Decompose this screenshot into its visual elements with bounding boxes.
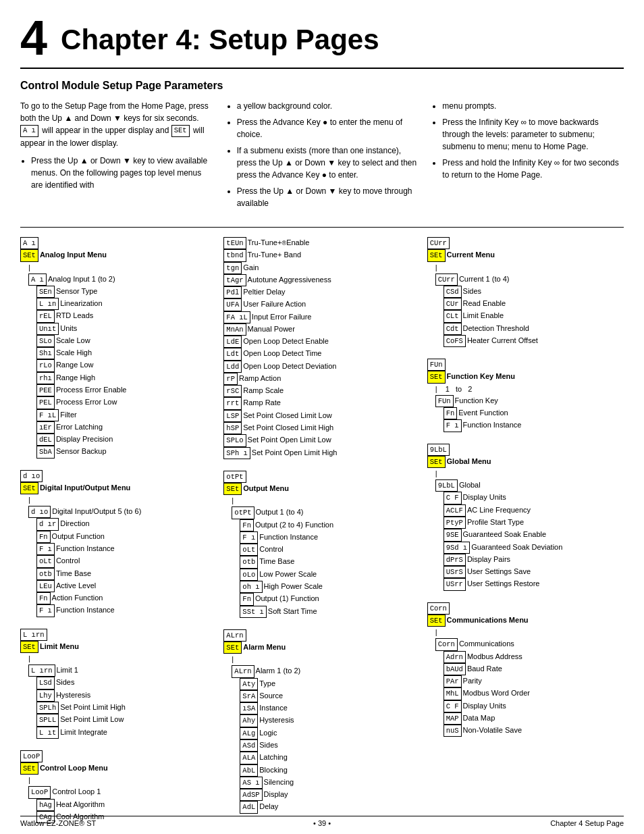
- menu-line: oLo Low Power Scale: [223, 569, 420, 581]
- menu-guaranteed-soak-deviation: 9Sd ı Guaranteed Soak Deviation: [427, 542, 624, 554]
- menu-line: otb Time Base: [20, 568, 217, 580]
- menu-line: SEt Alarm Menu: [223, 642, 420, 654]
- chapter-title: Chapter 4: Setup Pages: [61, 14, 379, 55]
- menu-line: SEt Current Menu: [427, 249, 624, 261]
- menu-line: |: [427, 468, 624, 479]
- menu-line: Fn Output (2 to 4) Function: [223, 519, 420, 531]
- menu-line: |: [223, 495, 420, 506]
- section-title: Control Module Setup Page Parameters: [20, 80, 624, 92]
- menu-line: |: [20, 494, 217, 506]
- menu-line: A ı: [20, 237, 217, 249]
- menu-line: hSP Set Point Closed Limit High: [223, 422, 420, 434]
- menu-line: FUn: [427, 359, 624, 371]
- menu-line: oLt Control: [223, 544, 420, 556]
- menu-line: Shı Scale High: [20, 347, 217, 359]
- menu-line: |: [427, 627, 624, 638]
- menu-line: C F Display Units: [427, 492, 624, 504]
- menu-line: CLt Limit Enable: [427, 310, 624, 322]
- menu-line: PAr Parity: [427, 675, 624, 687]
- menu-line: SEt Limit Menu: [20, 641, 217, 653]
- menu-line: Ldt Open Loop Detect Time: [223, 348, 420, 360]
- menu-line: AbL Blocking: [223, 764, 420, 777]
- menu-line: MAP Data Map: [427, 712, 624, 725]
- menu-line: LooP: [20, 750, 217, 762]
- menu-line: SEn Sensor Type: [20, 286, 217, 298]
- menu-line: USrr User Settings Restore: [427, 578, 624, 590]
- menu-line: tbnd Tru-Tune+ Band: [223, 249, 420, 261]
- menu-line: CUr Read Enable: [427, 298, 624, 310]
- menu-line: tgn Gain: [223, 262, 420, 274]
- menu-fo-output-function: Fn Output (1) Function: [223, 593, 420, 605]
- menu-line: oh ı High Power Scale: [223, 581, 420, 593]
- menu-area: A ı SEt Analog Input Menu | A ı Analog I…: [20, 227, 624, 823]
- menu-line: ASd Sides: [223, 739, 420, 752]
- menu-line: |: [20, 775, 217, 786]
- menu-line: CUrr: [427, 237, 624, 249]
- menu-line: F ıL Filter: [20, 409, 217, 421]
- menu-line: Corn Communications: [427, 638, 624, 650]
- menu-line: F ı Function Instance: [20, 543, 217, 555]
- intro-area: To go to the Setup Page from the Home Pa…: [20, 100, 624, 213]
- menu-units: Unıt Units: [20, 323, 217, 335]
- menu-line: tEUn Tru-Tune+® Enable: [223, 237, 420, 249]
- menu-col-2: tEUn Tru-Tune+® Enable tbnd Tru-Tune+ Ba…: [223, 237, 420, 823]
- menu-line: Aty Type: [223, 678, 420, 690]
- menu-line: FUn Function Key: [427, 395, 624, 407]
- menu-line: 9LbL Global: [427, 479, 624, 492]
- menu-line: Fn Action Function: [20, 592, 217, 604]
- intro-bullet-3: Press the Advance Key ● to enter the men…: [237, 116, 419, 140]
- menu-line: C F Display Units: [427, 700, 624, 712]
- intro-bullet-7: Press the Infinity Key ∞ to move backwar…: [442, 116, 624, 153]
- chapter-number: 4: [20, 14, 47, 62]
- menu-line: SPLo Set Point Open Limit Low: [223, 434, 420, 446]
- menu-line: SPLh Set Point Limit High: [20, 702, 217, 714]
- menu-line: d ıo: [20, 470, 217, 482]
- menu-line: oLt Control: [20, 555, 217, 567]
- intro-bullet-6: menu prompts.: [442, 100, 624, 112]
- menu-line: SEt Function Key Menu: [427, 371, 624, 383]
- menu-line: LdE Open Loop Detect Enable: [223, 336, 420, 348]
- footer-right: Chapter 4 Setup Page: [550, 819, 624, 827]
- menu-line: SEt Analog Input Menu: [20, 249, 217, 261]
- menu-line: ıSA Instance: [223, 702, 420, 714]
- menu-col-3: CUrr SEt Current Menu | CUrr Current 1 (…: [427, 237, 624, 823]
- intro-bullet-4: If a submenu exists (more than one insta…: [237, 145, 419, 181]
- menu-line: rhı Range High: [20, 372, 217, 384]
- page-footer: Watlow EZ-ZONE® ST • 39 • Chapter 4 Setu…: [20, 816, 624, 827]
- menu-line: ALrn Alarm 1 (to 2): [223, 665, 420, 677]
- menu-line: ıEr Error Latching: [20, 421, 217, 434]
- menu-line: Pdl Peltier Delay: [223, 286, 420, 298]
- menu-col-1: A ı SEt Analog Input Menu | A ı Analog I…: [20, 237, 217, 823]
- menu-line: rrt Ramp Rate: [223, 397, 420, 409]
- menu-line: |: [20, 653, 217, 664]
- menu-line: otPt Output 1 (to 4): [223, 506, 420, 519]
- menu-line: F ı Function Instance: [223, 531, 420, 544]
- menu-line: SSt ı Soft Start Time: [223, 606, 420, 618]
- menu-line: UFA User Failure Action: [223, 298, 420, 311]
- menu-line: USrS User Settings Save: [427, 566, 624, 578]
- menu-line: SLo Scale Low: [20, 335, 217, 347]
- menu-line: LEu Active Level: [20, 580, 217, 592]
- menu-line: dPrS Display Pairs: [427, 554, 624, 566]
- menu-line: bAUd Baud Rate: [427, 663, 624, 675]
- menu-line: F ı Function Instance: [427, 419, 624, 432]
- chapter-header: 4 Chapter 4: Setup Pages: [20, 14, 624, 69]
- menu-line: F ı Function Instance: [20, 604, 217, 617]
- menu-process-error-enable: PEE Process Error Enable: [20, 384, 217, 396]
- menu-line: rSC Ramp Scale: [223, 385, 420, 397]
- intro-bullet-5: Press the Up ▲ or Down ▼ key to move thr…: [237, 185, 419, 209]
- menu-line: Adrn Modbus Address: [427, 651, 624, 663]
- menu-line: LooP Control Loop 1: [20, 786, 217, 798]
- menu-line: L ırn: [20, 629, 217, 641]
- footer-center: • 39 •: [313, 819, 331, 827]
- menu-line: Ahy Hysteresis: [223, 714, 420, 727]
- menu-line: nuS Non-Volatile Save: [427, 725, 624, 737]
- menu-line: SEt Global Menu: [427, 456, 624, 468]
- footer-left: Watlow EZ-ZONE® ST: [20, 819, 96, 827]
- menu-line: ALg Logic: [223, 727, 420, 739]
- menu-line: AS ı Silencing: [223, 777, 420, 789]
- menu-line: MhL Modbus Word Order: [427, 687, 624, 700]
- menu-line: Fn Output Function: [20, 531, 217, 543]
- menu-line: otPt: [223, 471, 420, 483]
- menu-line: tAgr Autotune Aggressiveness: [223, 274, 420, 286]
